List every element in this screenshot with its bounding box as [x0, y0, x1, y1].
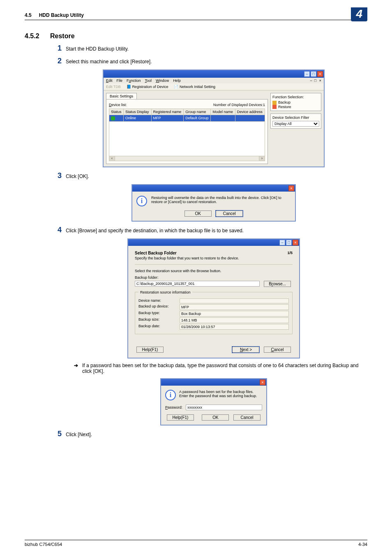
menu-help[interactable]: Help — [173, 79, 181, 83]
status-online-icon — [111, 116, 115, 120]
screenshot-confirm-dialog: × i Restoring will overwrite the data on… — [131, 184, 296, 222]
maximize-icon[interactable]: □ — [286, 240, 292, 245]
running-header: 4.5 HDD Backup Utility — [25, 12, 367, 20]
password-label: Password: — [165, 405, 182, 409]
footer-model: bizhub C754/C654 — [25, 542, 62, 547]
cancel-button[interactable]: Cancel — [264, 347, 291, 353]
menu-file[interactable]: File — [117, 79, 123, 83]
titlebar: – □ × — [104, 70, 324, 78]
info-icon: i — [165, 390, 176, 400]
horizontal-scrollbar[interactable]: ‹ › — [109, 156, 265, 161]
backup-folder-input[interactable] — [135, 281, 260, 287]
ok-button[interactable]: OK — [184, 210, 212, 217]
backup-folder-label: Backup folder: — [135, 275, 293, 280]
screenshot-password-dialog: × i A password has been set for the back… — [160, 378, 267, 426]
screenshot-main-window: – □ × Edit File Function Tool Window Hel… — [103, 69, 325, 167]
menu-function[interactable]: Function — [127, 79, 141, 83]
menu-edit[interactable]: Edit — [106, 79, 113, 83]
cancel-button[interactable]: Cancel — [216, 210, 243, 217]
wizard-title: Select Backup Folder — [135, 251, 239, 255]
table-row[interactable]: Online MFP Default Group — [109, 115, 265, 122]
arrow-icon: ➔ — [74, 363, 78, 368]
step-2: 2 Select this machine and click [Restore… — [25, 57, 367, 65]
device-table: Status Status Display Registered name Gr… — [109, 109, 265, 122]
step-4: 4 Click [Browse] and specify the destina… — [25, 226, 367, 234]
restoration-source-group: Restoration source information Device na… — [135, 290, 293, 334]
scroll-left-icon[interactable]: ‹ — [109, 156, 115, 161]
password-input[interactable] — [186, 405, 262, 410]
tab-basic-settings[interactable]: Basic Settings — [106, 93, 137, 99]
close-icon[interactable]: × — [317, 71, 323, 77]
maximize-icon[interactable]: □ — [311, 71, 316, 77]
page-footer: bizhub C754/C654 4-34 — [25, 540, 367, 547]
close-icon[interactable]: × — [288, 185, 294, 191]
function-backup[interactable]: Backup — [272, 100, 319, 105]
ok-button[interactable]: OK — [202, 414, 229, 421]
next-button[interactable]: Next > — [232, 347, 259, 353]
password-message: A password has been set for the backup f… — [179, 390, 257, 398]
step-1: 1 Start the HDD Backup Utility. — [25, 44, 367, 53]
confirm-message: Restoring will overwrite the data on the… — [151, 196, 291, 204]
step-5: 5 Click [Next]. — [25, 430, 367, 438]
toolbar-register-device[interactable]: 📘 Registration of Device — [127, 85, 168, 89]
info-icon: i — [136, 196, 147, 206]
subsection-heading: 4.5.2Restore — [25, 32, 367, 40]
menubar: Edit File Function Tool Window Help – □ … — [104, 78, 324, 83]
step-4-substep: ➔ If a password has been set for the bac… — [74, 363, 367, 374]
scroll-right-icon[interactable]: › — [259, 156, 265, 161]
cancel-button[interactable]: Cancel — [233, 414, 261, 421]
wizard-subtitle: Specify the backup folder that you want … — [135, 256, 239, 260]
toolbar-edit-tdb: Edit TDB — [106, 85, 121, 89]
device-list-label: Device list: — [109, 103, 127, 107]
minimize-icon[interactable]: – — [279, 240, 285, 245]
toolbar-network-setting[interactable]: 📄 Network Initial Setting — [174, 85, 215, 89]
section-number: 4.5 — [25, 12, 32, 18]
help-button[interactable]: Help(F1) — [136, 347, 164, 353]
chapter-badge: 4 — [351, 7, 367, 21]
minimize-icon[interactable]: – — [304, 71, 310, 77]
toolbar: Edit TDB 📘 Registration of Device 📄 Netw… — [104, 83, 324, 90]
device-count: Number of Displayed Devices:1 — [213, 103, 265, 107]
device-selection-filter-box: Device Selection Filter Display All — [270, 113, 321, 129]
function-selection-box: Function Selection: Backup Restore — [270, 93, 321, 111]
screenshot-wizard: –□× Select Backup Folder Specify the bac… — [127, 238, 300, 358]
wizard-step-counter: 1/5 — [287, 251, 293, 255]
menu-tool[interactable]: Tool — [145, 79, 152, 83]
help-button[interactable]: Help(F1) — [167, 414, 194, 421]
section-title: HDD Backup Utility — [39, 12, 84, 18]
backup-icon — [272, 101, 277, 105]
function-restore[interactable]: Restore — [272, 105, 319, 109]
browse-button[interactable]: Browse... — [264, 281, 291, 287]
footer-page: 4-34 — [358, 542, 367, 547]
close-icon[interactable]: × — [293, 240, 298, 245]
restore-icon — [272, 105, 277, 109]
wizard-instruction: Select the restoration source with the B… — [135, 269, 293, 273]
display-filter-select[interactable]: Display All — [272, 121, 319, 127]
mdi-close-icon[interactable]: × — [319, 79, 321, 83]
step-3: 3 Click [OK]. — [25, 171, 367, 180]
close-icon[interactable]: × — [260, 379, 265, 385]
menu-window[interactable]: Window — [156, 79, 169, 83]
